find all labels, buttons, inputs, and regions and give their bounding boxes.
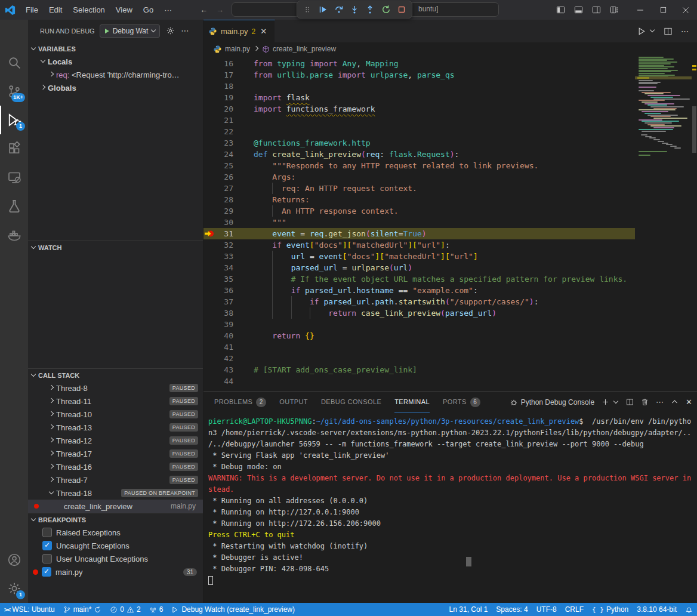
menu-edit[interactable]: Edit (44, 0, 67, 20)
code-line[interactable]: 16from typing import Any, Mapping (203, 58, 635, 69)
scrollbar-thumb[interactable] (692, 106, 696, 153)
callstack-thread[interactable]: Thread-16PAUSED (28, 460, 203, 473)
code-line[interactable]: 30 """ (203, 217, 635, 228)
step-into-icon[interactable] (347, 2, 362, 17)
code-line[interactable]: 24def create_link_preview(req: flask.Req… (203, 149, 635, 160)
split-terminal-icon[interactable] (626, 398, 634, 406)
status-indentation[interactable]: Spaces: 4 (492, 603, 532, 616)
breadcrumb-symbol[interactable]: create_link_preview (273, 45, 336, 53)
status-python-interpreter[interactable]: 3.8.10 64-bit (633, 603, 681, 616)
activity-remote-explorer[interactable] (0, 163, 28, 192)
panel-tab-output[interactable]: OUTPUT (279, 392, 308, 412)
code-line[interactable]: 27 req: An HTTP request context. (203, 183, 635, 194)
code-line[interactable]: 36 if parsed_url.hostname == "example.co… (203, 285, 635, 296)
activity-testing[interactable] (0, 192, 28, 220)
code-line[interactable]: 26 Args: (203, 171, 635, 183)
new-terminal-icon[interactable] (602, 398, 609, 406)
menu-go[interactable]: Go (138, 0, 159, 20)
code-line[interactable]: 41 (203, 341, 635, 353)
status-language-mode[interactable]: { }Python (588, 603, 633, 616)
code-line[interactable]: 39 (203, 319, 635, 330)
code-line[interactable]: 34 parsed_url = urlparse(url) (203, 262, 635, 273)
breakpoint-checkbox[interactable] (42, 554, 52, 563)
status-notifications[interactable] (681, 603, 697, 616)
debug-configuration-dropdown[interactable]: Debug Wat (100, 24, 161, 38)
activity-extensions[interactable] (0, 134, 28, 163)
code-line[interactable]: 22 (203, 126, 635, 137)
step-out-icon[interactable] (363, 2, 377, 17)
variables-scope-locals[interactable]: Locals (28, 55, 203, 68)
callstack-frame[interactable]: create_link_previewmain.py (28, 500, 203, 513)
callstack-thread[interactable]: Thread-10PAUSED (28, 408, 203, 421)
breakpoint-item[interactable]: Uncaught Exceptions (28, 539, 203, 552)
code-line[interactable]: 35 # If the event object URL matches a s… (203, 273, 635, 285)
debug-more-actions-icon[interactable]: ⋯ (181, 26, 189, 35)
variable-req[interactable]: req: <Request 'http://charming-tro… (28, 68, 203, 81)
code-line[interactable]: 17from urllib.parse import urlparse, par… (203, 69, 635, 81)
activity-explorer[interactable] (0, 20, 28, 48)
terminal-prompt-line[interactable] (208, 575, 697, 586)
status-branch[interactable]: main* (59, 603, 106, 616)
panel-tab-terminal[interactable]: TERMINAL (394, 392, 430, 412)
status-debug-session[interactable]: Debug Watch (create_link_preview) (167, 603, 299, 616)
breakpoint-checkbox[interactable] (42, 541, 52, 550)
layout-sidebar-left-icon[interactable] (551, 0, 569, 20)
code-line[interactable]: 20import functions_framework (203, 103, 635, 115)
panel-tab-problems[interactable]: PROBLEMS2 (214, 392, 266, 412)
editor-scrollbar[interactable] (692, 56, 697, 391)
launch-json-gear-icon[interactable] (166, 26, 175, 35)
code-line[interactable]: 19import flask (203, 92, 635, 103)
code-line[interactable]: 29 An HTTP response context. (203, 205, 635, 217)
code-line[interactable]: 44 (203, 375, 635, 387)
callstack-thread[interactable]: Thread-17PAUSED (28, 447, 203, 460)
code-line[interactable]: 33 url = event["docs"]["matchedUrl"]["ur… (203, 251, 635, 262)
paused-breakpoint-icon[interactable] (203, 228, 217, 239)
breakpoint-item[interactable]: User Uncaught Exceptions (28, 552, 203, 565)
terminal-instance-label[interactable]: Python Debug Console (510, 398, 594, 406)
status-remote[interactable]: ><WSL: Ubuntu (0, 603, 59, 616)
layout-customize-icon[interactable] (605, 0, 623, 20)
code-line[interactable]: 31 event = req.get_json(silent=True) (203, 228, 635, 239)
breadcrumb-file[interactable]: main.py (225, 45, 250, 53)
minimize-button[interactable] (629, 0, 652, 20)
panel-tab-ports[interactable]: PORTS6 (443, 392, 480, 412)
code-line[interactable]: 32 if event["docs"]["matchedUrl"]["url"]… (203, 239, 635, 251)
code-line[interactable]: 40 return {} (203, 330, 635, 341)
layout-panel-icon[interactable] (569, 0, 587, 20)
layout-sidebar-right-icon[interactable] (587, 0, 605, 20)
code-line[interactable]: 25 """Responds to any HTTP request relat… (203, 160, 635, 171)
variables-scope-globals[interactable]: Globals (28, 81, 203, 94)
activity-settings[interactable]: 1 (0, 574, 28, 603)
menu-moremoremore[interactable]: ··· (159, 0, 177, 20)
status-eol[interactable]: CRLF (561, 603, 588, 616)
code-line[interactable]: 21 (203, 115, 635, 126)
breakpoint-checkbox[interactable] (42, 528, 52, 537)
status-problems[interactable]: 02 (106, 603, 144, 616)
restart-icon[interactable] (379, 2, 393, 17)
menu-view[interactable]: View (110, 0, 138, 20)
code-line[interactable]: 28 Returns: (203, 194, 635, 205)
run-python-file-icon[interactable] (637, 27, 646, 36)
breakpoint-item[interactable]: main.py31 (28, 565, 203, 578)
maximize-panel-icon[interactable] (671, 398, 679, 406)
activity-accounts[interactable] (0, 546, 28, 574)
activity-run-and-debug[interactable]: 1 (0, 106, 28, 134)
panel-more-actions-icon[interactable]: ⋯ (656, 398, 664, 406)
code-area[interactable]: 16from typing import Any, Mapping17from … (203, 56, 635, 391)
go-forward-icon[interactable]: → (216, 5, 224, 14)
variables-section-header[interactable]: VARIABLES (28, 42, 203, 55)
menu-selection[interactable]: Selection (67, 0, 110, 20)
stop-icon[interactable] (394, 2, 409, 17)
terminal-output[interactable]: pierrick@LAPTOP-HKU5PNNG:~/git/add-ons-s… (203, 412, 697, 603)
tab-main-py[interactable]: main.py 2 ✕ (203, 20, 275, 42)
activity-search[interactable] (0, 48, 28, 77)
code-line[interactable]: 38 return case_link_preview(parsed_url) (203, 307, 635, 319)
breakpoints-section-header[interactable]: BREAKPOINTS (28, 513, 203, 526)
breakpoint-checkbox[interactable] (42, 567, 51, 577)
close-tab-icon[interactable]: ✕ (260, 27, 267, 36)
continue-icon[interactable] (316, 2, 330, 17)
breakpoint-item[interactable]: Raised Exceptions (28, 526, 203, 539)
close-panel-icon[interactable]: ✕ (686, 398, 692, 406)
callstack-thread[interactable]: Thread-12PAUSED (28, 434, 203, 447)
call-stack-section-header[interactable]: CALL STACK (28, 368, 203, 381)
